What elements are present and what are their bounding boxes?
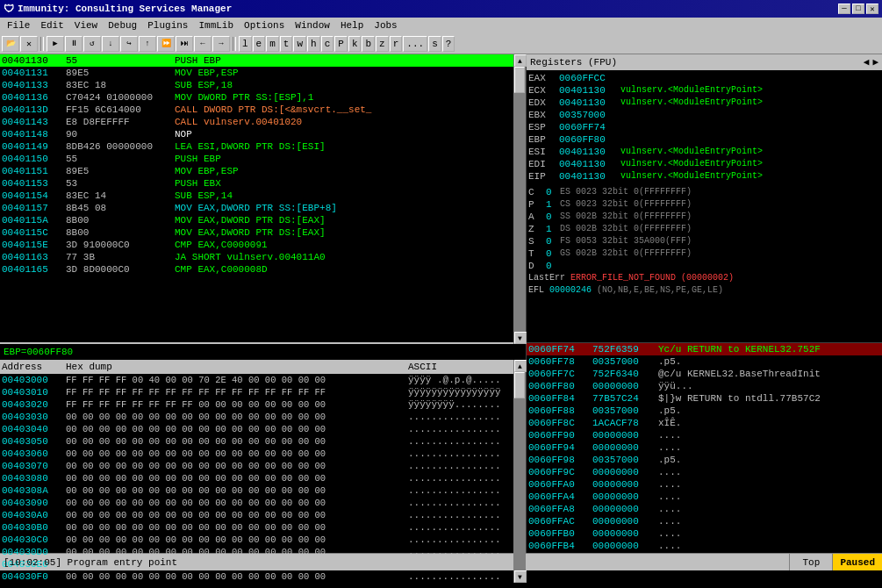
tb-s[interactable]: s [428, 36, 441, 52]
reg-arrows[interactable]: ◀ ▶ [864, 54, 878, 70]
minimize-button[interactable]: ─ [838, 4, 850, 14]
dump-row[interactable]: 004030B000 00 00 00 00 00 00 00 00 00 00… [0, 521, 513, 534]
menu-help[interactable]: Help [335, 19, 369, 32]
flag-value[interactable]: 0 [546, 247, 560, 260]
disasm-row[interactable]: 0040116377 3BJA SHORT vulnserv.004011A0 [0, 251, 513, 263]
flag-value[interactable]: 0 [546, 260, 560, 272]
flag-value[interactable]: 0 [546, 235, 560, 247]
dump-row[interactable]: 0040303000 00 00 00 00 00 00 00 00 00 00… [0, 411, 513, 423]
tb-dots[interactable]: ... [403, 36, 427, 52]
dump-scroll-down[interactable]: ▼ [514, 570, 527, 583]
dump-row[interactable]: 0040305000 00 00 00 00 00 00 00 00 00 00… [0, 435, 513, 448]
tb-e[interactable]: e [253, 36, 266, 52]
tb-b[interactable]: b [362, 36, 375, 52]
tb-z[interactable]: z [376, 36, 389, 52]
stack-row[interactable]: 0060FF7800357000 .p5. [527, 355, 882, 368]
disasm-row[interactable]: 0040115C8B00MOV EAX,DWORD PTR DS:[EAX] [0, 226, 513, 239]
stack-row[interactable]: 0060FF8477B57C24 $|}w RETURN to ntdll.77… [527, 392, 882, 405]
disasm-row[interactable]: 0040115A8B00MOV EAX,DWORD PTR DS:[EAX] [0, 214, 513, 226]
tb-step-out[interactable]: ↑ [139, 36, 156, 52]
tb-w[interactable]: w [293, 36, 306, 52]
reg-entry-value[interactable]: 00401130 [559, 97, 620, 109]
flag-value[interactable]: 0 [546, 211, 560, 223]
tb-question[interactable]: ? [442, 36, 455, 52]
tb-run[interactable]: ▶ [47, 36, 64, 52]
reg-entry-value[interactable]: 0060FFCC [559, 72, 620, 84]
dump-row[interactable]: 004030C000 00 00 00 00 00 00 00 00 00 00… [0, 534, 513, 546]
stack-row[interactable]: 0060FFA400000000 .... [527, 491, 882, 503]
tb-back[interactable]: ← [194, 36, 212, 52]
stack-row[interactable]: 0060FF8000000000 ÿÿü... [527, 380, 882, 392]
flag-value[interactable]: 0 [546, 186, 560, 198]
maximize-button[interactable]: □ [852, 4, 864, 14]
tb-step-over[interactable]: ↪ [120, 36, 138, 52]
tb-k[interactable]: k [348, 36, 362, 52]
stack-row[interactable]: 0060FFAC00000000 .... [527, 515, 882, 527]
tb-m[interactable]: m [266, 36, 279, 52]
disasm-row[interactable]: 004011653D 8D0000C0CMP EAX,C000008D [0, 263, 513, 276]
tb-fwd[interactable]: → [212, 36, 230, 52]
menu-jobs[interactable]: Jobs [369, 19, 402, 32]
stack-row[interactable]: 0060FF8800357000 .p5. [527, 405, 882, 417]
tb-trace[interactable]: ⏭ [176, 36, 193, 52]
tb-t[interactable]: t [280, 36, 293, 52]
menu-edit[interactable]: Edit [35, 19, 68, 32]
stack-row[interactable]: 0060FFA000000000 .... [527, 478, 882, 491]
disasm-row[interactable]: 0040115189E5MOV EBP,ESP [0, 165, 513, 177]
dump-row[interactable]: 0040309000 00 00 00 00 00 00 00 00 00 00… [0, 497, 513, 509]
stack-row[interactable]: 0060FFB000000000 .... [527, 527, 882, 540]
tb-P[interactable]: P [334, 36, 348, 52]
stack-row[interactable]: 0060FF9400000000 .... [527, 441, 882, 454]
disasm-row[interactable]: 0040113055PUSH EBP [0, 54, 513, 67]
dump-scrollbar[interactable]: ▲ ▼ [513, 360, 526, 583]
menu-file[interactable]: File [2, 19, 35, 32]
dump-row[interactable]: 004030F000 00 00 00 00 00 00 00 00 00 00… [0, 570, 513, 583]
reg-entry-value[interactable]: 0060FF80 [559, 133, 620, 146]
flag-value[interactable]: 1 [546, 198, 560, 211]
reg-entry-value[interactable]: 00357000 [559, 109, 620, 121]
disasm-scroll-up[interactable]: ▲ [514, 54, 527, 67]
reg-entry-value[interactable]: 00401130 [559, 170, 620, 183]
tb-l[interactable]: l [239, 36, 252, 52]
dump-row[interactable]: 00403010FF FF FF FF FF FF FF FF FF FF FF… [0, 386, 513, 398]
disasm-scroll-down[interactable]: ▼ [514, 332, 527, 344]
disasm-row[interactable]: 00401143E8 D8FEFFFFCALL vulnserv.0040102… [0, 116, 513, 128]
disasm-row[interactable]: 004011578B45 08MOV EAX,DWORD PTR SS:[EBP… [0, 202, 513, 214]
disasm-row[interactable]: 0040115353PUSH EBX [0, 177, 513, 190]
disasm-row[interactable]: 00401136C70424 01000000MOV DWORD PTR SS:… [0, 91, 513, 104]
dump-row[interactable]: 0040306000 00 00 00 00 00 00 00 00 00 00… [0, 448, 513, 460]
tb-open[interactable]: 📂 [2, 36, 19, 52]
dump-row[interactable]: 00403000FF FF FF FF 00 40 00 00 70 2E 40… [0, 374, 513, 386]
tb-close[interactable]: ✕ [20, 36, 38, 52]
disasm-row[interactable]: 0040113383EC 18SUB ESP,18 [0, 79, 513, 91]
menu-immlib[interactable]: ImmLib [193, 19, 239, 32]
stack-row[interactable]: 0060FF9C00000000 .... [527, 466, 882, 478]
disasm-row[interactable]: 0040115055PUSH EBP [0, 153, 513, 165]
dump-row[interactable]: 0040307000 00 00 00 00 00 00 00 00 00 00… [0, 460, 513, 472]
dump-row[interactable]: 004030A000 00 00 00 00 00 00 00 00 00 00… [0, 509, 513, 521]
stack-row[interactable]: 0060FF9000000000 .... [527, 429, 882, 441]
reg-entry-value[interactable]: 00401130 [559, 146, 620, 158]
dump-row[interactable]: 0040308A00 00 00 00 00 00 00 00 00 00 00… [0, 484, 513, 497]
menu-window[interactable]: Window [290, 19, 335, 32]
reg-arrow-right[interactable]: ▶ [872, 54, 878, 70]
stack-row[interactable]: 0060FFB400000000 .... [527, 540, 882, 552]
stack-row[interactable]: 0060FF74752F6359 Yc/u RETURN to KERNEL32… [527, 343, 882, 355]
disasm-row[interactable]: 0040115E3D 910000C0CMP EAX,C0000091 [0, 239, 513, 251]
menu-plugins[interactable]: Plugins [142, 19, 193, 32]
stack-row[interactable]: 0060FF7C752F6340 @c/u KERNEL32.BaseThrea… [527, 368, 882, 380]
tb-c[interactable]: c [321, 36, 334, 52]
disasm-row[interactable]: 004011498DB426 00000000LEA ESI,DWORD PTR… [0, 140, 513, 153]
disasm-row[interactable]: 0040113189E5MOV EBP,ESP [0, 67, 513, 79]
tb-step-into[interactable]: ↓ [102, 36, 119, 52]
disasm-row[interactable]: 0040115483EC 14SUB ESP,14 [0, 190, 513, 202]
menu-view[interactable]: View [69, 19, 103, 32]
tb-h[interactable]: h [307, 36, 320, 52]
disasm-scrollbar[interactable]: ▲ ▼ [513, 54, 526, 344]
dump-row[interactable]: 0040304000 00 00 00 00 00 00 00 00 00 00… [0, 423, 513, 435]
stack-row[interactable]: 0060FFA800000000 .... [527, 503, 882, 515]
tb-animate[interactable]: ⏩ [157, 36, 175, 52]
menu-debug[interactable]: Debug [103, 19, 142, 32]
disasm-row[interactable]: 0040114890NOP [0, 128, 513, 140]
close-button[interactable]: ✕ [866, 4, 878, 14]
